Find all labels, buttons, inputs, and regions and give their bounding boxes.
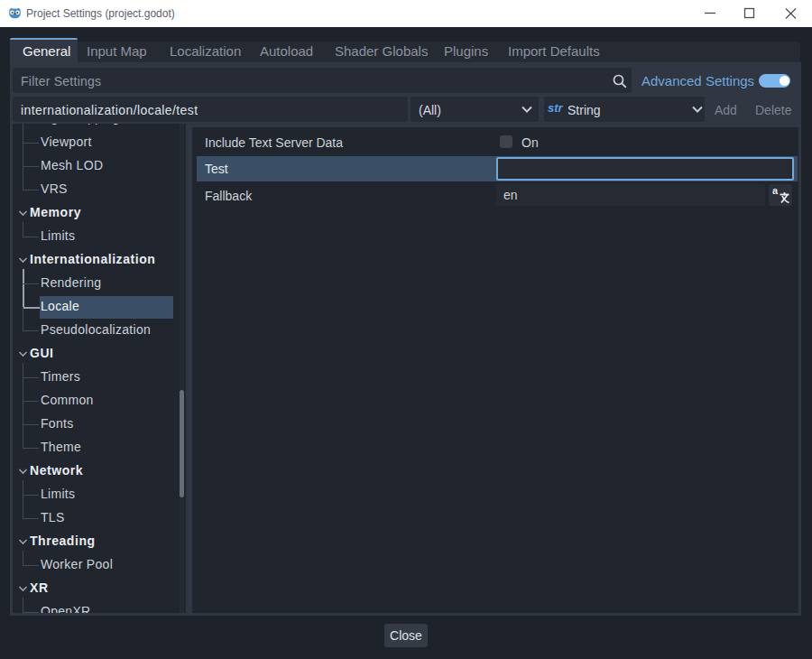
svg-text:a: a <box>772 185 779 196</box>
